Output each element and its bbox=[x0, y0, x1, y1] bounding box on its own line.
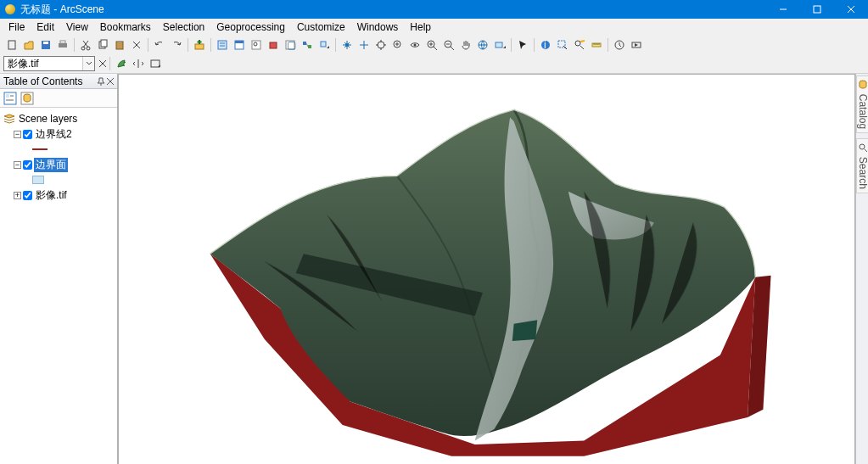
fly-icon[interactable] bbox=[356, 37, 372, 53]
save-icon[interactable] bbox=[38, 37, 53, 53]
catalog-window-icon[interactable] bbox=[232, 37, 247, 53]
menu-windows[interactable]: Windows bbox=[352, 20, 404, 35]
svg-point-33 bbox=[378, 42, 384, 48]
svg-line-63 bbox=[865, 149, 867, 152]
select-icon[interactable] bbox=[515, 37, 530, 53]
toolbox-icon[interactable] bbox=[266, 37, 281, 53]
svg-rect-41 bbox=[496, 42, 502, 48]
effects-icon[interactable] bbox=[114, 56, 129, 71]
measure-icon[interactable] bbox=[589, 37, 604, 53]
paste-icon[interactable] bbox=[112, 37, 127, 53]
time-slider-icon[interactable] bbox=[612, 37, 627, 53]
identify-icon[interactable]: i bbox=[538, 37, 553, 53]
search-window-icon[interactable] bbox=[249, 37, 264, 53]
expand-icon[interactable]: + bbox=[14, 192, 21, 199]
toc-tabs bbox=[0, 89, 117, 108]
menu-geoprocessing[interactable]: Geoprocessing bbox=[211, 20, 290, 35]
full-extent-icon[interactable] bbox=[475, 37, 490, 53]
menu-selection[interactable]: Selection bbox=[158, 20, 210, 35]
layer-checkbox[interactable] bbox=[23, 160, 32, 170]
menu-bar: File Edit View Bookmarks Selection Geopr… bbox=[0, 19, 868, 36]
flicker-icon[interactable] bbox=[148, 56, 163, 71]
svg-line-46 bbox=[580, 46, 584, 49]
zoom-target-icon[interactable] bbox=[390, 37, 406, 53]
svg-rect-6 bbox=[43, 42, 48, 44]
set-observer-icon[interactable] bbox=[407, 37, 423, 53]
svg-rect-22 bbox=[235, 41, 244, 43]
find-icon[interactable] bbox=[572, 37, 587, 53]
svg-text:▢: ▢ bbox=[287, 39, 296, 51]
layer-checkbox[interactable] bbox=[23, 191, 32, 200]
maximize-button[interactable] bbox=[800, 0, 834, 19]
pan-icon[interactable] bbox=[458, 37, 473, 53]
python-icon[interactable]: ▢ bbox=[283, 37, 298, 53]
layer-label-selected[interactable]: 边界面 bbox=[34, 158, 68, 172]
zoom-in-icon[interactable] bbox=[424, 37, 440, 53]
svg-point-35 bbox=[414, 44, 417, 47]
workspace: Table of Contents Scene layers − 边界线2 − … bbox=[0, 74, 868, 464]
sub-dropdown-icon[interactable] bbox=[316, 37, 332, 53]
svg-point-62 bbox=[860, 144, 865, 149]
toolbar-standard: ▢ i bbox=[0, 36, 868, 54]
new-doc-icon[interactable] bbox=[4, 37, 20, 53]
clear-layer-icon[interactable] bbox=[98, 59, 107, 68]
tree-root-label: Scene layers bbox=[17, 113, 79, 125]
layer-label[interactable]: 边界线2 bbox=[34, 127, 74, 142]
toc-tree[interactable]: Scene layers − 边界线2 − 边界面 + 影像.tif bbox=[0, 108, 117, 464]
tree-root[interactable]: Scene layers bbox=[2, 111, 115, 126]
pin-icon[interactable] bbox=[97, 77, 105, 86]
title-bar: 无标题 - ArcScene bbox=[0, 0, 868, 19]
minimize-button[interactable] bbox=[766, 0, 800, 19]
catalog-tab[interactable]: Catalog bbox=[856, 75, 869, 133]
table-of-contents-panel: Table of Contents Scene layers − 边界线2 − … bbox=[0, 74, 118, 464]
svg-line-30 bbox=[306, 43, 308, 47]
swipe-icon[interactable] bbox=[131, 56, 146, 71]
svg-rect-1 bbox=[814, 6, 820, 13]
cut-icon[interactable] bbox=[78, 37, 93, 53]
tree-layer-row[interactable]: − 边界线2 bbox=[2, 126, 115, 142]
tree-layer-row[interactable]: − 边界面 bbox=[2, 157, 115, 172]
tree-layer-row[interactable]: + 影像.tif bbox=[2, 187, 115, 203]
toc-title: Table of Contents bbox=[3, 75, 82, 87]
list-by-drawing-icon[interactable] bbox=[3, 92, 17, 105]
svg-rect-8 bbox=[60, 41, 65, 43]
select-features-icon[interactable] bbox=[555, 37, 570, 53]
animation-icon[interactable] bbox=[629, 37, 644, 53]
menu-bookmarks[interactable]: Bookmarks bbox=[95, 20, 156, 35]
look-north-icon[interactable] bbox=[492, 37, 507, 53]
close-button[interactable] bbox=[834, 0, 868, 19]
zoom-out-icon[interactable] bbox=[441, 37, 456, 53]
layer-checkbox[interactable] bbox=[23, 130, 32, 139]
layer-symbol[interactable] bbox=[2, 142, 115, 157]
model-builder-icon[interactable] bbox=[300, 37, 315, 53]
collapse-icon[interactable]: − bbox=[14, 131, 21, 138]
print-icon[interactable] bbox=[55, 37, 70, 53]
undo-icon[interactable] bbox=[152, 37, 167, 53]
svg-rect-7 bbox=[59, 43, 67, 48]
add-data-icon[interactable] bbox=[192, 37, 207, 53]
menu-customize[interactable]: Customize bbox=[292, 20, 350, 35]
open-icon[interactable] bbox=[21, 37, 36, 53]
terrain-render bbox=[119, 75, 854, 464]
delete-icon[interactable] bbox=[129, 37, 144, 53]
window-title: 无标题 - ArcScene bbox=[20, 3, 766, 17]
menu-edit[interactable]: Edit bbox=[31, 20, 59, 35]
svg-line-39 bbox=[451, 47, 454, 50]
center-target-icon[interactable] bbox=[373, 37, 389, 53]
menu-file[interactable]: File bbox=[3, 20, 30, 35]
layer-dropdown[interactable]: 影像.tif bbox=[3, 56, 95, 71]
toc-header[interactable]: Table of Contents bbox=[0, 74, 117, 89]
search-tab[interactable]: Search bbox=[856, 138, 869, 193]
layer-symbol[interactable] bbox=[2, 172, 115, 187]
navigate-icon[interactable] bbox=[339, 37, 355, 53]
collapse-icon[interactable]: − bbox=[14, 161, 21, 169]
list-by-source-icon[interactable] bbox=[20, 92, 34, 105]
menu-help[interactable]: Help bbox=[405, 20, 436, 35]
menu-view[interactable]: View bbox=[61, 20, 93, 35]
copy-icon[interactable] bbox=[95, 37, 110, 53]
toc-icon[interactable] bbox=[215, 37, 230, 53]
toc-close-icon[interactable] bbox=[107, 78, 114, 85]
redo-icon[interactable] bbox=[169, 37, 184, 53]
layer-label[interactable]: 影像.tif bbox=[34, 188, 69, 203]
scene-viewport[interactable] bbox=[118, 74, 855, 464]
